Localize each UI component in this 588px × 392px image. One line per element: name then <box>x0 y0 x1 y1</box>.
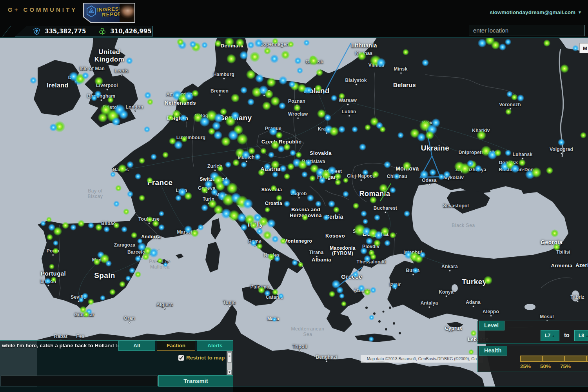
portal-marker[interactable] <box>370 287 376 293</box>
portal-marker[interactable] <box>265 207 270 212</box>
portal-marker[interactable] <box>121 226 127 232</box>
gplus-community-link[interactable]: G+ COMMUNITY <box>8 6 77 13</box>
portal-marker[interactable] <box>307 194 314 201</box>
portal-marker[interactable] <box>103 226 110 232</box>
portal-marker[interactable] <box>324 114 331 121</box>
portal-marker[interactable] <box>505 109 512 115</box>
portal-marker[interactable] <box>93 258 100 265</box>
portal-marker[interactable] <box>240 87 247 94</box>
portal-marker[interactable] <box>220 108 227 115</box>
portal-marker[interactable] <box>258 169 265 176</box>
portal-marker[interactable] <box>144 92 151 99</box>
transmit-button[interactable]: Transmit <box>158 375 233 387</box>
portal-marker[interactable] <box>404 211 410 217</box>
portal-marker[interactable] <box>339 293 345 299</box>
portal-marker[interactable] <box>159 211 164 216</box>
portal-marker[interactable] <box>419 252 426 258</box>
portal-marker[interactable] <box>281 51 290 59</box>
portal-marker[interactable] <box>82 293 88 299</box>
portal-marker[interactable] <box>152 220 159 227</box>
portal-marker[interactable] <box>368 336 374 342</box>
portal-marker[interactable] <box>227 54 236 64</box>
portal-marker[interactable] <box>372 171 379 178</box>
portal-marker[interactable] <box>334 173 341 180</box>
portal-marker[interactable] <box>271 160 279 169</box>
portal-marker[interactable] <box>270 54 279 63</box>
portal-marker[interactable] <box>278 293 284 299</box>
portal-marker[interactable] <box>227 183 238 194</box>
portal-marker[interactable] <box>262 102 271 110</box>
portal-marker[interactable] <box>558 139 565 146</box>
portal-marker[interactable] <box>494 149 501 156</box>
portal-marker[interactable] <box>572 45 579 51</box>
portal-marker[interactable] <box>297 67 303 74</box>
portal-marker[interactable] <box>147 99 153 105</box>
portal-marker[interactable] <box>180 114 187 122</box>
portal-marker[interactable] <box>296 152 302 158</box>
portal-marker[interactable] <box>167 114 174 121</box>
portal-marker[interactable] <box>201 42 208 48</box>
portal-marker[interactable] <box>250 222 257 229</box>
portal-marker[interactable] <box>475 165 482 172</box>
portal-marker[interactable] <box>51 277 56 282</box>
portal-marker[interactable] <box>394 173 400 180</box>
portal-marker[interactable] <box>335 179 341 185</box>
portal-marker[interactable] <box>397 132 404 138</box>
portal-marker[interactable] <box>88 222 94 229</box>
portal-marker[interactable] <box>365 124 371 131</box>
portal-marker[interactable] <box>384 240 390 246</box>
portal-marker[interactable] <box>343 178 348 183</box>
portal-marker[interactable] <box>301 171 308 178</box>
portal-marker[interactable] <box>157 258 163 263</box>
scroll-down-arrow-icon[interactable]: ▼ <box>227 370 232 375</box>
portal-marker[interactable] <box>470 330 477 336</box>
portal-marker[interactable] <box>47 234 53 240</box>
portal-marker[interactable] <box>94 77 103 85</box>
portal-marker[interactable] <box>107 97 114 103</box>
portal-marker[interactable] <box>142 253 149 260</box>
portal-marker[interactable] <box>519 159 526 166</box>
portal-marker[interactable] <box>139 195 145 201</box>
portal-marker[interactable] <box>309 56 318 65</box>
portal-marker[interactable] <box>225 162 231 168</box>
portal-marker[interactable] <box>250 52 260 62</box>
portal-marker[interactable] <box>272 236 279 243</box>
portal-marker[interactable] <box>135 256 141 262</box>
portal-marker[interactable] <box>283 143 290 151</box>
portal-marker[interactable] <box>53 240 58 246</box>
portal-marker[interactable] <box>53 248 59 254</box>
portal-marker[interactable] <box>560 64 569 73</box>
portal-marker[interactable] <box>88 299 94 305</box>
portal-marker[interactable] <box>256 243 263 249</box>
portal-marker[interactable] <box>276 195 282 201</box>
portal-marker[interactable] <box>267 78 276 87</box>
portal-marker[interactable] <box>198 224 204 230</box>
portal-marker[interactable] <box>162 152 169 158</box>
portal-marker[interactable] <box>100 295 105 301</box>
portal-marker[interactable] <box>279 165 287 172</box>
portal-marker[interactable] <box>264 290 270 296</box>
portal-marker[interactable] <box>175 195 181 201</box>
portal-marker[interactable] <box>329 291 335 297</box>
portal-marker[interactable] <box>361 211 367 217</box>
portal-marker[interactable] <box>131 232 137 238</box>
portal-marker[interactable] <box>425 131 434 140</box>
portal-marker[interactable] <box>309 175 316 181</box>
portal-marker[interactable] <box>127 191 133 197</box>
portal-marker[interactable] <box>352 271 359 278</box>
portal-marker[interactable] <box>290 189 297 196</box>
portal-marker[interactable] <box>343 191 349 197</box>
portal-marker[interactable] <box>53 227 62 236</box>
portal-marker[interactable] <box>192 90 199 97</box>
portal-marker[interactable] <box>255 74 264 83</box>
portal-marker[interactable] <box>232 159 240 166</box>
portal-marker[interactable] <box>181 136 187 142</box>
portal-marker[interactable] <box>338 126 345 133</box>
health-range-slider[interactable] <box>520 356 588 362</box>
portal-marker[interactable] <box>259 217 268 226</box>
portal-marker[interactable] <box>127 161 134 168</box>
portal-marker[interactable] <box>422 59 429 66</box>
portal-marker[interactable] <box>279 102 286 109</box>
portal-marker[interactable] <box>484 276 492 285</box>
tab-alerts[interactable]: Alerts <box>197 341 233 351</box>
